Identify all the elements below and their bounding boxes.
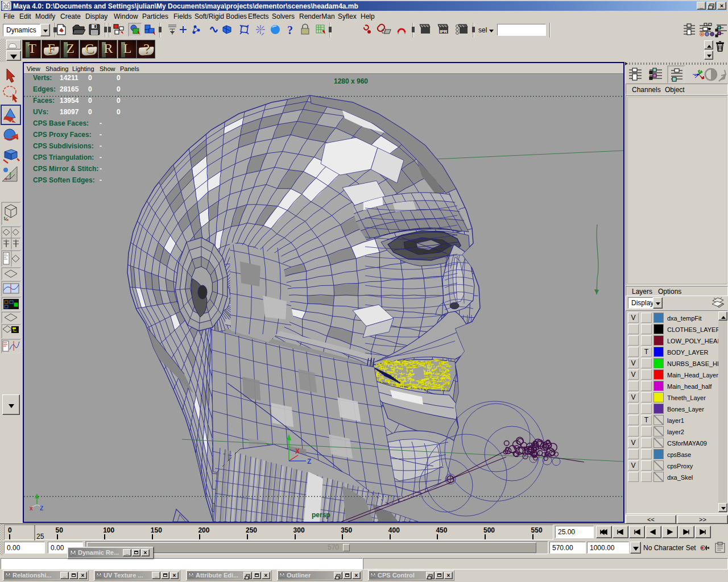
svg-text:0: 0: [117, 108, 121, 116]
svg-text:Faces:: Faces:: [33, 97, 55, 105]
svg-text:-: -: [100, 119, 102, 127]
svg-text:0: 0: [88, 108, 92, 116]
svg-text:IPR: IPR: [440, 29, 448, 34]
svg-text:UVs:: UVs:: [33, 108, 48, 116]
svg-text:0: 0: [88, 85, 92, 93]
svg-text:Verts:: Verts:: [33, 74, 52, 82]
svg-text:0: 0: [88, 97, 92, 105]
svg-text:14211: 14211: [60, 74, 78, 82]
svg-text:?: ?: [287, 24, 293, 36]
svg-text:0: 0: [88, 74, 92, 82]
svg-text:0: 0: [117, 74, 121, 82]
svg-text:persp: persp: [312, 511, 330, 519]
svg-text:CPS Subdivisions:: CPS Subdivisions:: [33, 142, 94, 150]
svg-text:CPS Mirror & Stitch:: CPS Mirror & Stitch:: [33, 165, 98, 173]
svg-text:X: X: [295, 447, 300, 455]
svg-text:CPS Proxy Faces:: CPS Proxy Faces:: [33, 131, 92, 139]
svg-text:28165: 28165: [60, 85, 79, 93]
svg-text:-: -: [100, 165, 102, 173]
svg-text:1280 x 960: 1280 x 960: [334, 77, 368, 85]
svg-text:-: -: [100, 153, 102, 161]
svg-text:-: -: [100, 131, 102, 139]
svg-text:CPS Triangulation:: CPS Triangulation:: [33, 153, 94, 161]
svg-text:CPS Soften Edges:: CPS Soften Edges:: [33, 176, 95, 184]
svg-text:0: 0: [117, 85, 121, 93]
svg-text:-: -: [100, 176, 102, 184]
svg-text:Edges:: Edges:: [33, 85, 56, 93]
svg-text:Z: Z: [307, 458, 311, 465]
svg-text:0: 0: [117, 97, 121, 105]
svg-text:13954: 13954: [60, 97, 79, 105]
svg-text:-: -: [100, 142, 102, 150]
svg-text:18097: 18097: [60, 108, 79, 116]
svg-text:CPS Base Faces:: CPS Base Faces:: [33, 119, 89, 127]
svg-text:Z: Z: [40, 505, 43, 512]
svg-text:x: x: [30, 505, 33, 512]
